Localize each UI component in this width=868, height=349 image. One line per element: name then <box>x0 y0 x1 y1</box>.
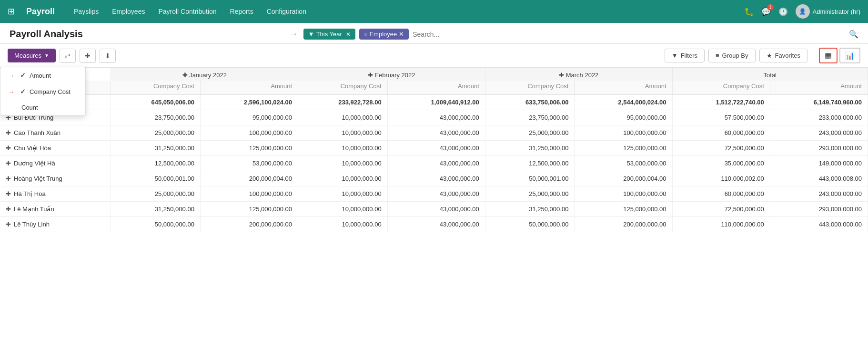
row-7-val-3: 43,000,000.00 <box>387 217 485 232</box>
row-5-val-3: 43,000,000.00 <box>387 186 485 202</box>
mar-company-cost-header: Company Cost <box>485 81 575 95</box>
row-5-val-7: 243,000,000.00 <box>770 186 868 202</box>
measures-button[interactable]: Measures ▼ <box>8 49 56 62</box>
jan-header: ✚ January 2022 <box>111 68 298 81</box>
company-cost-check: ✓ <box>20 88 26 95</box>
table-row: ✚Lê Thùy Linh50,000,000.00200,000,000.00… <box>0 217 868 232</box>
favorites-label: Favorites <box>775 52 800 59</box>
feb-amount-header: Amount <box>387 81 485 95</box>
expand-jan-icon[interactable]: ✚ <box>182 72 188 79</box>
employee-remove[interactable]: ✕ <box>399 31 404 38</box>
nav-links: Payslips Employees Payroll Contribution … <box>74 8 306 15</box>
nav-payslips[interactable]: Payslips <box>74 8 99 15</box>
expand-row-icon[interactable]: ✚ <box>6 175 11 182</box>
row-2-val-4: 31,250,000.00 <box>485 141 575 156</box>
total-jan-cc: 645,050,006.00 <box>111 95 201 110</box>
nav-employees[interactable]: Employees <box>112 8 145 15</box>
swap-icon-button[interactable]: ⇄ <box>60 49 76 63</box>
download-button[interactable]: ⬇ <box>100 49 116 63</box>
arrow-amount-icon: → <box>8 72 14 79</box>
row-0-val-2: 10,000,000.00 <box>298 110 388 125</box>
table-row: ✚Dương Việt Hà12,500,000.0053,000,000.00… <box>0 156 868 171</box>
row-1-val-4: 25,000,000.00 <box>485 125 575 141</box>
total-jan-amt: 2,596,100,024.00 <box>200 95 298 110</box>
toolbar-right: ▼ Filters ≡ Group By ★ Favorites <box>665 49 807 62</box>
nav-reports[interactable]: Reports <box>230 8 253 15</box>
favorites-button[interactable]: ★ Favorites <box>759 49 807 62</box>
row-5-val-5: 100,000,000.00 <box>575 186 672 202</box>
row-label-6: ✚Lê Mạnh Tuấn <box>0 202 111 217</box>
pivot-view-button[interactable]: ▦ <box>819 48 838 63</box>
total-header: Total <box>672 68 868 81</box>
total-feb-cc: 233,922,728.00 <box>298 95 388 110</box>
nav-contribution[interactable]: Payroll Contribution <box>158 8 216 15</box>
measure-amount-item[interactable]: → ✓ Amount <box>0 67 85 83</box>
row-5-val-0: 25,000,000.00 <box>111 186 201 202</box>
nav-configuration[interactable]: Configuration <box>267 8 306 15</box>
row-5-val-6: 60,000,000.00 <box>672 186 770 202</box>
expand-mar-icon[interactable]: ✚ <box>559 72 564 79</box>
expand-row-icon[interactable]: ✚ <box>6 160 11 167</box>
groupby-button[interactable]: ≡ Group By <box>708 49 756 62</box>
table-row: ✚Hà Thị Hoa25,000,000.00100,000,000.0010… <box>0 186 868 202</box>
user-menu[interactable]: 👤 Administrator (hr) <box>796 4 860 19</box>
row-5-val-1: 100,000,000.00 <box>200 186 298 202</box>
arrow-company-cost-icon: → <box>8 88 14 95</box>
row-6-val-0: 31,250,000.00 <box>111 202 201 217</box>
row-2-val-1: 125,000,000.00 <box>200 141 298 156</box>
employee-group-tag[interactable]: ≡ Employee ✕ <box>359 29 409 40</box>
expand-feb-icon[interactable]: ✚ <box>368 72 373 79</box>
view-toggle: ▦ 📊 <box>819 48 860 63</box>
measure-count-item[interactable]: Count <box>0 100 85 115</box>
chart-view-button[interactable]: 📊 <box>839 48 860 63</box>
search-input[interactable] <box>413 31 498 38</box>
row-2-val-0: 31,250,000.00 <box>111 141 201 156</box>
total-label: Total <box>764 72 777 79</box>
total-total-amt: 6,149,740,960.00 <box>770 95 868 110</box>
employee-label: Employee <box>369 31 397 38</box>
row-label-4: ✚Hoàng Việt Trung <box>0 171 111 186</box>
row-3-val-5: 53,000,000.00 <box>575 156 672 171</box>
expand-row-icon[interactable]: ✚ <box>6 129 11 136</box>
search-icon[interactable]: 🔍 <box>849 30 858 39</box>
user-name: Administrator (hr) <box>813 8 860 15</box>
row-2-val-7: 293,000,000.00 <box>770 141 868 156</box>
app-grid-icon[interactable]: ⊞ <box>8 6 15 17</box>
filter-icon: ▼ <box>308 31 314 38</box>
expand-row-icon[interactable]: ✚ <box>6 205 11 213</box>
row-4-val-6: 110,000,002.00 <box>672 171 770 186</box>
table-row: ✚Hoàng Việt Trung50,000,001.00200,000,00… <box>0 171 868 186</box>
filters-button[interactable]: ▼ Filters <box>665 49 705 62</box>
row-7-val-7: 443,000,000.00 <box>770 217 868 232</box>
add-button[interactable]: ✚ <box>80 49 96 63</box>
row-label-3: ✚Dương Việt Hà <box>0 156 111 171</box>
this-year-remove[interactable]: ✕ <box>346 31 351 38</box>
row-6-val-1: 125,000,000.00 <box>200 202 298 217</box>
row-4-val-5: 200,000,004.00 <box>575 171 672 186</box>
row-3-val-3: 43,000,000.00 <box>387 156 485 171</box>
row-label-2: ✚Chu Việt Hòa <box>0 141 111 156</box>
measure-amount-label: Amount <box>30 72 51 79</box>
groupby-icon: ≡ <box>716 52 719 59</box>
measure-company-cost-item[interactable]: → ✓ Company Cost <box>0 83 85 100</box>
chat-icon[interactable]: 💬 1 <box>761 7 771 16</box>
row-2-val-3: 43,000,000.00 <box>387 141 485 156</box>
row-7-val-1: 200,000,000.00 <box>200 217 298 232</box>
row-label-5: ✚Hà Thị Hoa <box>0 186 111 202</box>
expand-row-icon[interactable]: ✚ <box>6 190 11 197</box>
expand-row-icon[interactable]: ✚ <box>6 221 11 228</box>
page-header: Payroll Analysis → ▼ This Year ✕ ≡ Emplo… <box>0 23 868 44</box>
expand-row-icon[interactable]: ✚ <box>6 144 11 152</box>
table-row: ✚Chu Việt Hòa31,250,000.00125,000,000.00… <box>0 141 868 156</box>
clock-icon[interactable]: 🕐 <box>778 7 788 16</box>
table-row: ✚Bùi Đức Trung23,750,000.0095,000,000.00… <box>0 110 868 125</box>
bug-icon[interactable]: 🐛 <box>744 7 754 16</box>
nav-right: 🐛 💬 1 🕐 👤 Administrator (hr) <box>744 4 860 19</box>
row-0-val-3: 43,000,000.00 <box>387 110 485 125</box>
page-title: Payroll Analysis <box>10 29 83 40</box>
row-1-val-2: 10,000,000.00 <box>298 125 388 141</box>
measures-arrow-icon: ▼ <box>44 53 49 58</box>
total-feb-amt: 1,009,640,912.00 <box>387 95 485 110</box>
row-4-val-4: 50,000,001.00 <box>485 171 575 186</box>
this-year-filter-tag[interactable]: ▼ This Year ✕ <box>303 29 355 40</box>
